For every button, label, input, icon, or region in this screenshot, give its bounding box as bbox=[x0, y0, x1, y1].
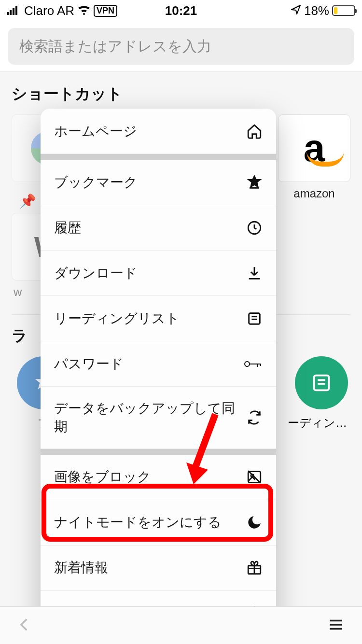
moon-icon bbox=[246, 514, 263, 531]
menu-night-mode[interactable]: ナイトモードをオンにする bbox=[41, 500, 276, 546]
svg-line-17 bbox=[248, 471, 261, 483]
quick-reading-list[interactable]: ーディングリ… bbox=[292, 356, 350, 431]
back-button[interactable] bbox=[16, 616, 33, 635]
status-left: Claro AR VPN bbox=[7, 3, 117, 18]
vpn-badge: VPN bbox=[94, 5, 117, 17]
menu-label: ナイトモードをオンにする bbox=[54, 513, 246, 532]
svg-rect-0 bbox=[7, 12, 9, 15]
bookmark-star-icon bbox=[246, 174, 263, 191]
menu-label: ホームページ bbox=[54, 122, 246, 140]
menu-separator bbox=[41, 154, 276, 160]
cellular-icon bbox=[7, 3, 21, 18]
menu-label: ダウンロード bbox=[54, 264, 246, 282]
wifi-icon bbox=[77, 3, 91, 18]
menu-passwords[interactable]: パスワード bbox=[41, 341, 276, 387]
menu-label: パスワード bbox=[54, 355, 243, 373]
menu-history[interactable]: 履歴 bbox=[41, 205, 276, 251]
menu-block-images[interactable]: 画像をブロック bbox=[41, 455, 276, 500]
amazon-icon: a bbox=[304, 137, 325, 160]
menu-sync[interactable]: データをバックアップして同期 bbox=[41, 387, 276, 449]
clock-icon bbox=[246, 220, 263, 236]
svg-rect-3 bbox=[15, 6, 17, 15]
reading-list-icon bbox=[246, 310, 263, 327]
battery-percent: 18% bbox=[304, 3, 329, 18]
menu-reading-list[interactable]: リーディングリスト bbox=[41, 296, 276, 341]
download-icon bbox=[246, 265, 263, 281]
menu-bookmarks[interactable]: ブックマーク bbox=[41, 160, 276, 205]
status-bar: Claro AR VPN 10:21 18% bbox=[0, 0, 362, 21]
pin-icon: 📌 bbox=[19, 193, 36, 209]
svg-point-11 bbox=[245, 362, 250, 366]
gift-icon bbox=[246, 560, 263, 576]
shortcut-label: amazon bbox=[293, 187, 334, 200]
quick-label: ーディングリ… bbox=[288, 415, 355, 431]
sync-icon bbox=[246, 409, 263, 426]
menu-label: ブックマーク bbox=[54, 173, 246, 192]
shortcut-label: w bbox=[12, 285, 22, 299]
status-right: 18% bbox=[291, 3, 355, 18]
clock: 10:21 bbox=[165, 3, 197, 18]
home-icon bbox=[246, 123, 263, 140]
battery-level bbox=[334, 7, 337, 14]
key-icon bbox=[243, 357, 263, 371]
menu-label: リーディングリスト bbox=[54, 309, 246, 328]
bottom-toolbar bbox=[0, 606, 362, 644]
url-bar-container: 検索語またはアドレスを入力 bbox=[0, 21, 362, 72]
menu-home[interactable]: ホームページ bbox=[41, 109, 276, 154]
menu-label: 画像をブロック bbox=[54, 468, 246, 486]
url-search-field[interactable]: 検索語またはアドレスを入力 bbox=[8, 28, 354, 65]
menu-whats-new[interactable]: 新着情報 bbox=[41, 546, 276, 591]
svg-rect-2 bbox=[13, 8, 14, 15]
shortcuts-heading: ショートカット bbox=[12, 84, 350, 105]
menu-label: 新着情報 bbox=[54, 559, 246, 577]
reading-circle-icon bbox=[295, 356, 348, 409]
block-image-icon bbox=[246, 469, 263, 485]
menu-button[interactable] bbox=[326, 616, 346, 635]
carrier-label: Claro AR bbox=[24, 3, 74, 18]
menu-label: 履歴 bbox=[54, 219, 246, 237]
location-icon bbox=[291, 3, 301, 18]
shortcut-tile-amazon[interactable]: a amazon bbox=[278, 114, 350, 200]
menu-downloads[interactable]: ダウンロード bbox=[41, 251, 276, 296]
app-menu: ホームページ ブックマーク 履歴 ダウンロード リーディングリスト パスワード … bbox=[41, 109, 276, 636]
menu-separator bbox=[41, 449, 276, 455]
svg-rect-1 bbox=[10, 10, 12, 15]
battery-icon bbox=[332, 5, 355, 16]
menu-label: データをバックアップして同期 bbox=[54, 399, 246, 436]
search-placeholder: 検索語またはアドレスを入力 bbox=[19, 37, 211, 56]
